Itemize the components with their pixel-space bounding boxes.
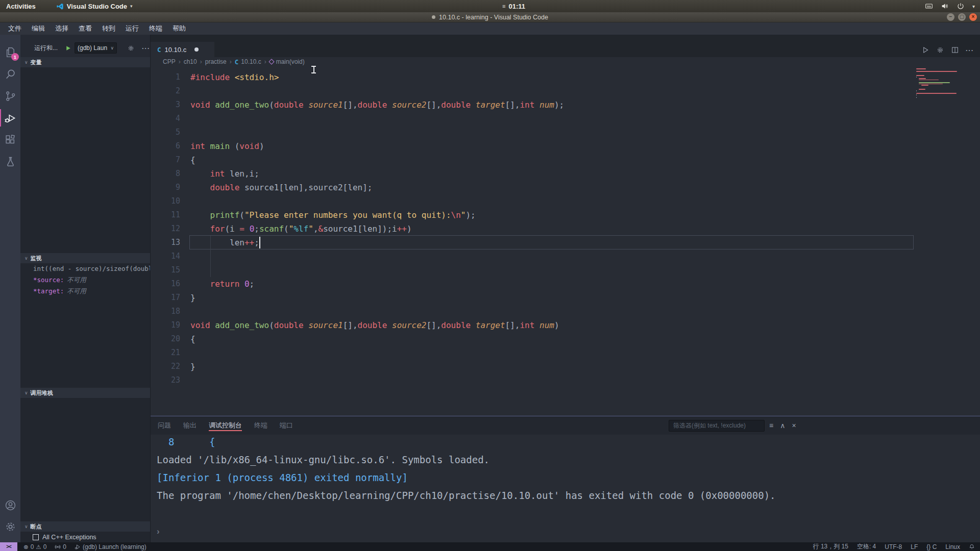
debug-start-icon[interactable] <box>65 45 71 52</box>
line-number[interactable]: 19 <box>151 318 180 332</box>
window-title-bar[interactable]: 10.10.c - learning - Visual Studio Code … <box>0 12 980 22</box>
debug-status[interactable]: (gdb) Launch (learning) <box>75 543 146 550</box>
watch-item[interactable]: *source:不可用 <box>20 274 150 286</box>
menu-terminal[interactable]: 终端 <box>144 22 167 35</box>
keyboard-layout-icon[interactable] <box>925 2 933 10</box>
status-item-5[interactable]: Linux <box>945 543 960 550</box>
clock[interactable]: ≡ 01:11 <box>502 0 525 12</box>
system-tray[interactable]: ▾ <box>925 0 975 12</box>
line-number[interactable]: 4 <box>151 112 180 126</box>
checkbox[interactable] <box>33 534 39 540</box>
line-number[interactable]: 22 <box>151 360 180 373</box>
line-number[interactable]: 11 <box>151 208 180 222</box>
line-number[interactable]: 16 <box>151 277 180 291</box>
line-number[interactable]: 21 <box>151 346 180 360</box>
activity-testing-icon[interactable] <box>0 152 20 172</box>
line-number[interactable]: 12 <box>151 222 180 236</box>
line-number[interactable]: 23 <box>151 373 180 387</box>
menu-view[interactable]: 查看 <box>74 22 97 35</box>
filter-list-icon[interactable]: ≡ <box>769 421 773 430</box>
line-number[interactable]: 15 <box>151 263 180 277</box>
section-breakpoints[interactable]: ∨ 断点 <box>20 521 150 532</box>
close-button[interactable]: × <box>969 13 977 21</box>
close-panel-icon[interactable]: × <box>792 421 796 430</box>
activity-source-control-icon[interactable] <box>0 86 20 106</box>
modified-dot-icon[interactable] <box>194 47 199 52</box>
split-editor-icon[interactable] <box>951 46 959 54</box>
settings-gear-icon[interactable] <box>936 46 944 54</box>
minimize-button[interactable]: − <box>947 13 954 21</box>
watch-item[interactable]: *target:不可用 <box>20 286 150 297</box>
panel-tab-output[interactable]: 输出 <box>183 416 197 435</box>
run-file-icon[interactable] <box>921 46 929 54</box>
minimap[interactable] <box>916 68 977 102</box>
menu-file[interactable]: 文件 <box>3 22 27 35</box>
line-number[interactable]: 17 <box>151 291 180 305</box>
notification-list-icon: ≡ <box>502 3 505 9</box>
breadcrumb-item[interactable]: practise <box>205 58 227 65</box>
menu-run[interactable]: 运行 <box>120 22 144 35</box>
repl-expand-icon[interactable]: › <box>157 527 160 537</box>
line-number[interactable]: 9 <box>151 181 180 194</box>
breadcrumb-item[interactable]: main(void) <box>270 58 305 65</box>
power-icon[interactable] <box>957 2 965 10</box>
breakpoint-item[interactable]: All C++ Exceptions <box>20 532 150 542</box>
remote-indicator[interactable]: >< <box>0 542 17 551</box>
activity-search-icon[interactable] <box>0 64 20 84</box>
activity-run-and-debug-icon[interactable] <box>0 108 20 128</box>
section-variables[interactable]: ∨ 变量 <box>20 57 150 67</box>
console-filter-input[interactable]: 筛选器(例如 text, !exclude) <box>669 420 765 432</box>
menu-goto[interactable]: 转到 <box>97 22 120 35</box>
menu-edit[interactable]: 编辑 <box>27 22 50 35</box>
volume-icon[interactable] <box>941 2 949 10</box>
panel-tab-problems[interactable]: 问题 <box>158 416 171 435</box>
debug-console-output[interactable]: 8 {Loaded '/lib/x86_64-linux-gnu/libc.so… <box>151 433 973 505</box>
status-item-2[interactable]: UTF-8 <box>885 543 902 550</box>
status-item-4[interactable]: {} C <box>926 543 937 550</box>
maximize-button[interactable]: ▢ <box>958 13 966 21</box>
line-number[interactable]: 5 <box>151 126 180 139</box>
menu-help[interactable]: 帮助 <box>167 22 191 35</box>
line-number[interactable]: 8 <box>151 167 180 181</box>
activity-account-icon[interactable] <box>0 495 20 515</box>
breadcrumb-item[interactable]: ch10 <box>184 58 197 65</box>
section-watch[interactable]: ∨ 监视 <box>20 253 150 263</box>
code-editor[interactable]: 1#include <stdio.h>23void add_one_two(do… <box>151 66 980 416</box>
line-number[interactable]: 13 <box>151 236 180 249</box>
line-number[interactable]: 18 <box>151 305 180 318</box>
watch-item[interactable]: int((end - source)/sizeof(double *) <box>20 263 150 274</box>
more-actions-icon[interactable]: ··· <box>966 46 974 54</box>
activity-settings-icon[interactable] <box>0 516 20 537</box>
tab-10-10-c[interactable]: C 10.10.c <box>151 42 214 57</box>
line-number[interactable]: 20 <box>151 332 180 346</box>
gear-icon[interactable] <box>127 44 135 52</box>
line-number[interactable]: 7 <box>151 153 180 167</box>
panel-tab-debug-console[interactable]: 调试控制台 <box>209 416 242 435</box>
more-actions-icon[interactable]: ··· <box>142 44 150 52</box>
app-menu-button[interactable]: Visual Studio Code ▾ <box>56 3 133 10</box>
activity-extensions-icon[interactable] <box>0 130 20 150</box>
line-number[interactable]: 14 <box>151 249 180 263</box>
line-number[interactable]: 1 <box>151 70 180 84</box>
status-item-0[interactable]: 行 13，列 15 <box>813 542 848 551</box>
line-number[interactable]: 2 <box>151 84 180 98</box>
activity-explorer-icon[interactable]: 1 <box>0 42 20 62</box>
activities-button[interactable]: Activities <box>6 3 36 10</box>
debug-config-select[interactable]: (gdb) Laun ∨ <box>75 42 117 54</box>
breadcrumb-item[interactable]: CPP <box>163 58 176 65</box>
panel-tab-ports[interactable]: 端口 <box>280 416 293 435</box>
breadcrumb-item[interactable]: C10.10.c <box>235 58 261 66</box>
maximize-panel-icon[interactable]: ∧ <box>780 421 785 430</box>
menu-selection[interactable]: 选择 <box>50 22 74 35</box>
line-number[interactable]: 3 <box>151 98 180 112</box>
status-item-3[interactable]: LF <box>911 543 918 550</box>
panel-tab-terminal[interactable]: 终端 <box>254 416 267 435</box>
line-number[interactable]: 6 <box>151 139 180 153</box>
bell-icon[interactable] <box>969 544 975 550</box>
status-item-1[interactable]: 空格: 4 <box>857 542 876 551</box>
tray-chevron-icon[interactable]: ▾ <box>972 4 975 9</box>
line-number[interactable]: 10 <box>151 194 180 208</box>
broadcast-status[interactable]: 0 <box>55 543 66 550</box>
problems-status[interactable]: ⊗ 0 ⚠ 0 <box>23 543 46 550</box>
section-callstack[interactable]: ∨ 调用堆栈 <box>20 388 150 398</box>
